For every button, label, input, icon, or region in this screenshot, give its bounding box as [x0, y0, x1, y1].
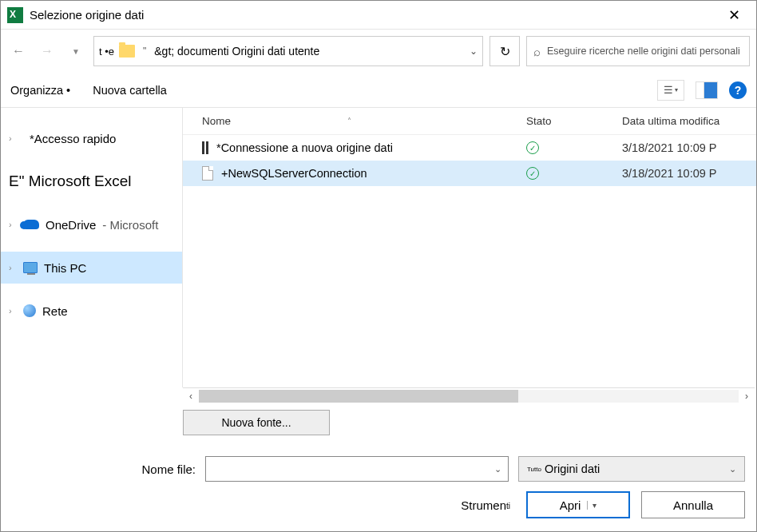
- new-source-row: Nuova fonte...: [1, 403, 756, 435]
- sidebar-item-excel[interactable]: E" Microsoft Excel: [1, 165, 182, 197]
- open-split-icon[interactable]: ▾: [587, 501, 596, 510]
- sidebar-item-onedrive[interactable]: › OneDrive - Microsoft: [1, 208, 182, 240]
- chevron-right-icon: ›: [9, 220, 17, 229]
- sidebar-item-label: OneDrive: [46, 218, 96, 232]
- up-button[interactable]: ▼: [65, 40, 87, 62]
- file-name: *Connessione a nuova origine dati: [216, 141, 393, 154]
- file-date: 3/18/2021 10:09 P: [622, 141, 756, 154]
- filename-input[interactable]: ⌄: [205, 456, 509, 482]
- sort-indicator-icon: ˄: [347, 117, 351, 125]
- chevron-right-icon: ›: [9, 263, 17, 272]
- column-date-label: Data ultima modifica: [622, 115, 719, 127]
- new-folder-button[interactable]: Nuova cartella: [93, 84, 167, 97]
- title-bar: Selezione origine dati ✕: [1, 1, 756, 30]
- search-icon: ⌕: [533, 45, 541, 58]
- breadcrumb-path: &gt; documenti Origini dati utente: [154, 45, 465, 58]
- chevron-down-icon[interactable]: ⌄: [494, 464, 501, 474]
- forward-button[interactable]: →: [36, 40, 58, 62]
- scroll-left-icon[interactable]: ‹: [183, 391, 199, 402]
- nav-sidebar: › *Accesso rapido E" Microsoft Excel › O…: [1, 108, 183, 387]
- file-icon: [202, 166, 213, 181]
- excel-app-icon: [7, 7, 23, 23]
- status-ok-icon: ✓: [526, 167, 539, 180]
- help-button[interactable]: ?: [729, 81, 747, 99]
- close-button[interactable]: ✕: [718, 3, 750, 27]
- open-button[interactable]: Apri ▾: [526, 491, 630, 518]
- search-input[interactable]: ⌕ Eseguire ricerche nelle origini dati p…: [526, 36, 750, 66]
- file-type-filter[interactable]: Tutto Origini dati ⌄: [518, 456, 745, 482]
- horizontal-scrollbar[interactable]: ‹ ›: [183, 387, 755, 403]
- chevron-right-icon: ›: [9, 306, 17, 316]
- tools-menu[interactable]: Strumenti: [461, 498, 510, 512]
- dialog-title: Selezione origine dati: [30, 8, 718, 22]
- chevron-right-icon: ›: [9, 133, 17, 143]
- address-bar[interactable]: t •e " &gt; documenti Origini dati utent…: [93, 36, 483, 66]
- file-date: 3/18/2021 10:09 P: [622, 167, 756, 180]
- sidebar-item-quick-access[interactable]: › *Accesso rapido: [1, 122, 182, 154]
- network-icon: [23, 304, 36, 317]
- address-row: ← → ▼ t •e " &gt; documenti Origini dati…: [1, 30, 756, 73]
- search-placeholder: Eseguire ricerche nelle origini dati per…: [547, 46, 740, 57]
- tools-label-text: Strumen: [461, 498, 506, 512]
- column-name-label: Nome: [202, 115, 231, 127]
- path-prefix: t •e: [99, 46, 114, 58]
- chevron-down-icon[interactable]: ⌄: [729, 464, 736, 474]
- chevron-down-icon[interactable]: ⌄: [470, 46, 478, 57]
- sidebar-item-label: *Accesso rapido: [30, 132, 116, 145]
- refresh-button[interactable]: ↻: [489, 36, 520, 66]
- filename-label: Nome file:: [12, 463, 196, 476]
- sidebar-item-label: E" Microsoft Excel: [9, 173, 132, 190]
- status-ok-icon: ✓: [526, 141, 539, 154]
- preview-pane-button[interactable]: [696, 81, 718, 99]
- scroll-track[interactable]: [199, 390, 739, 403]
- pc-icon: [23, 262, 38, 273]
- sidebar-item-this-pc[interactable]: › This PC: [1, 252, 182, 284]
- file-name: +NewSQLServerConnection: [221, 167, 367, 180]
- path-quote: ": [143, 46, 146, 57]
- cancel-button[interactable]: Annulla: [641, 491, 745, 518]
- cancel-button-label: Annulla: [673, 498, 713, 512]
- column-name[interactable]: Nome ˄: [183, 115, 526, 127]
- onedrive-icon: [23, 220, 39, 229]
- bottom-panel: Nome file: ⌄ Tutto Origini dati ⌄ Strume…: [1, 448, 756, 531]
- column-headers: Nome ˄ Stato Data ultima modifica: [183, 108, 756, 135]
- new-source-button[interactable]: Nuova fonte...: [183, 410, 330, 435]
- data-source-icon: [202, 141, 208, 154]
- filter-prefix: Tutto: [527, 466, 541, 473]
- column-status-label: Stato: [526, 115, 552, 127]
- back-button[interactable]: ←: [7, 40, 30, 62]
- filter-label: Origini dati: [545, 463, 600, 475]
- open-button-label: Apri: [560, 498, 581, 512]
- scroll-right-icon[interactable]: ›: [739, 391, 755, 402]
- view-mode-button[interactable]: ☰▾: [657, 80, 684, 101]
- column-status[interactable]: Stato: [526, 115, 622, 127]
- main-area: › *Accesso rapido E" Microsoft Excel › O…: [1, 108, 756, 387]
- toolbar: Organizza • Nuova cartella ☰▾ ?: [1, 73, 756, 108]
- file-list: Nome ˄ Stato Data ultima modifica *Conne…: [183, 108, 756, 387]
- sidebar-item-label: This PC: [44, 261, 86, 275]
- scroll-thumb[interactable]: [199, 390, 518, 403]
- sidebar-item-suffix: - Microsoft: [102, 218, 158, 232]
- column-date[interactable]: Data ultima modifica: [622, 115, 756, 127]
- sidebar-item-label: Rete: [42, 304, 68, 318]
- file-row[interactable]: *Connessione a nuova origine dati ✓ 3/18…: [183, 135, 756, 161]
- file-row[interactable]: +NewSQLServerConnection ✓ 3/18/2021 10:0…: [183, 161, 756, 186]
- organize-menu[interactable]: Organizza •: [10, 84, 70, 97]
- tools-label-suffix: ti: [506, 502, 510, 510]
- sidebar-item-network[interactable]: › Rete: [1, 295, 182, 327]
- folder-icon: [119, 45, 135, 58]
